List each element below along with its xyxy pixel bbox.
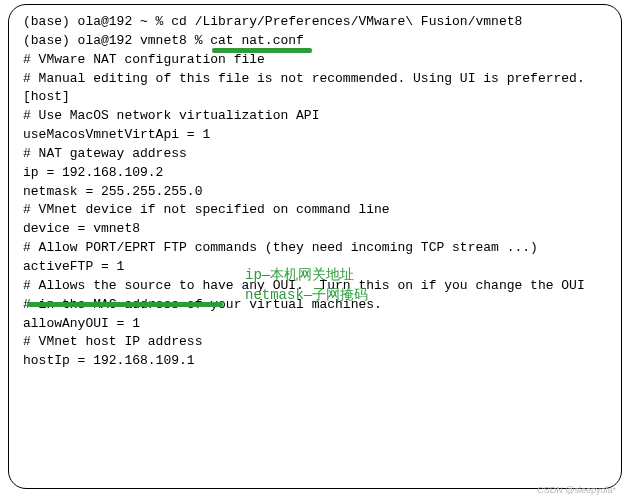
terminal-line: useMacosVmnetVirtApi = 1 <box>23 126 611 145</box>
terminal-line: [host] <box>23 88 611 107</box>
terminal-line: ip = 192.168.109.2 <box>23 164 611 183</box>
terminal-line: netmask = 255.255.255.0 <box>23 183 611 202</box>
terminal-line: # Use MacOS network virtualization API <box>23 107 611 126</box>
terminal-line: # VMnet device if not specified on comma… <box>23 201 611 220</box>
annotation-netmask: netmask—子网掩码 <box>245 285 368 305</box>
terminal-line: # VMnet host IP address <box>23 333 611 352</box>
annotation-ip: ip—本机网关地址 <box>245 265 354 285</box>
terminal-line: (base) ola@192 vmnet8 % cat nat.conf <box>23 32 611 51</box>
terminal-line: # VMware NAT configuration file <box>23 51 611 70</box>
highlight-underline <box>27 302 223 307</box>
terminal-line: (base) ola@192 ~ % cd /Library/Preferenc… <box>23 13 611 32</box>
highlight-underline <box>212 48 312 53</box>
terminal-line: hostIp = 192.168.109.1 <box>23 352 611 371</box>
watermark: CSDN @sleepyola* <box>537 484 616 497</box>
terminal-window: (base) ola@192 ~ % cd /Library/Preferenc… <box>8 4 622 489</box>
terminal-line: device = vmnet8 <box>23 220 611 239</box>
terminal-line: # NAT gateway address <box>23 145 611 164</box>
terminal-line: allowAnyOUI = 1 <box>23 315 611 334</box>
terminal-line: # Allow PORT/EPRT FTP commands (they nee… <box>23 239 611 258</box>
terminal-line: # Manual editing of this file is not rec… <box>23 70 611 89</box>
